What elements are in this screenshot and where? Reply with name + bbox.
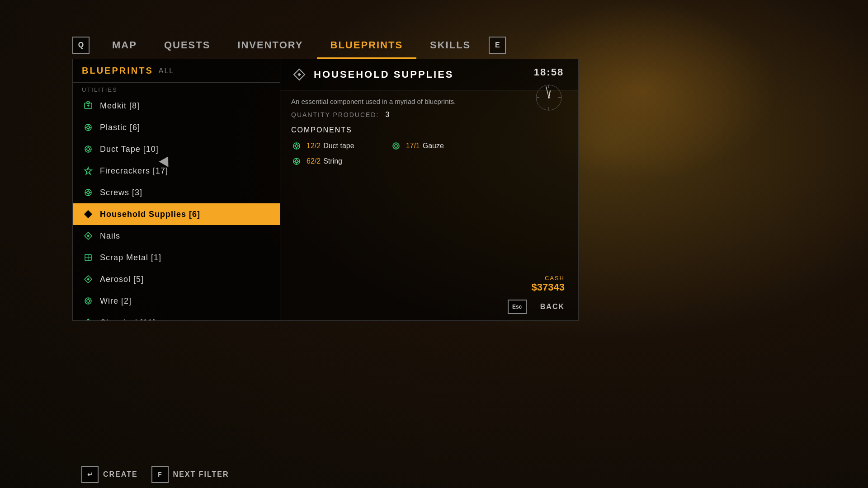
item-name: Duct Tape [10] [100, 145, 271, 154]
item-icon [82, 295, 94, 307]
blueprints-header: BLUEPRINTS ALL [73, 59, 280, 83]
back-button[interactable]: Esc BACK [508, 293, 565, 320]
component-row: 62/2String [291, 156, 354, 167]
nav-inventory[interactable]: INVENTORY [224, 32, 316, 59]
components-col-1: 12/2Duct tape [291, 141, 354, 171]
components-label: COMPONENTS [291, 126, 567, 134]
item-icon [82, 186, 94, 199]
detail-item-icon [291, 66, 307, 83]
list-item[interactable]: Plastic [6] [73, 117, 280, 138]
esc-key: Esc [508, 300, 527, 314]
component-icon [391, 141, 401, 151]
svg-point-18 [87, 191, 90, 194]
item-name: Wire [2] [100, 296, 271, 306]
list-item[interactable]: Chemical [11] [73, 312, 280, 320]
svg-point-54 [295, 145, 298, 147]
component-icon [291, 141, 302, 151]
left-panel: BLUEPRINTS ALL UTILITIES Medkit [ [72, 59, 280, 321]
item-name: Screws [3] [100, 188, 271, 197]
list-item[interactable]: Aerosol [5] [73, 268, 280, 290]
f-key: F [151, 466, 169, 483]
list-item[interactable]: Screws [3] [73, 182, 280, 203]
item-icon [82, 99, 94, 112]
svg-point-66 [395, 145, 397, 147]
item-name: Aerosol [5] [100, 275, 271, 284]
component-row: 12/2Duct tape [291, 141, 354, 151]
list-item[interactable]: Medkit [8] [73, 95, 280, 117]
svg-marker-16 [85, 167, 92, 174]
svg-point-11 [87, 148, 90, 150]
item-icon [82, 273, 94, 286]
cash-area: CASH $37343 [532, 275, 565, 293]
item-name: Scrap Metal [1] [100, 253, 271, 263]
svg-rect-1 [87, 102, 90, 103]
main-container: Q MAP QUESTS INVENTORY BLUEPRINTS SKILLS… [72, 32, 579, 348]
list-item[interactable]: Scrap Metal [1] [73, 247, 280, 268]
component-text: 62/2String [307, 157, 342, 165]
svg-line-51 [546, 87, 549, 98]
next-filter-button[interactable]: F NEXT FILTER [151, 466, 229, 483]
nav-blueprints[interactable]: BLUEPRINTS [317, 32, 417, 59]
svg-line-50 [549, 91, 550, 98]
component-text: 17/1Gauze [406, 142, 444, 150]
create-button[interactable]: ↵ CREATE [81, 466, 138, 483]
components-col-2: 17/1Gauze [391, 141, 444, 171]
item-name: Chemical [11] [100, 318, 271, 321]
item-icon [82, 251, 94, 264]
back-label: BACK [540, 303, 565, 311]
svg-point-27 [87, 300, 90, 302]
item-icon [82, 143, 94, 155]
item-icon [82, 230, 94, 242]
item-name: Household Supplies [6] [100, 210, 271, 219]
list-item-household-supplies[interactable]: Household Supplies [6] [73, 203, 280, 225]
q-key-button[interactable]: Q [72, 37, 90, 54]
enter-key: ↵ [81, 466, 99, 483]
clock-area: 18:58 [533, 66, 565, 115]
clock-time: 18:58 [533, 66, 565, 78]
blueprints-title: BLUEPRINTS [82, 66, 153, 76]
svg-point-52 [548, 97, 550, 99]
blueprints-filter: ALL [159, 67, 174, 75]
item-name: Plastic [6] [100, 123, 271, 132]
blueprints-list: Medkit [8] Plastic [6] [73, 95, 280, 320]
list-item[interactable]: Firecrackers [17] [73, 160, 280, 182]
e-key-button[interactable]: E [489, 37, 506, 54]
component-text: 12/2Duct tape [307, 142, 354, 150]
bottom-bar: ↵ CREATE F NEXT FILTER [72, 461, 868, 488]
components-section: COMPONENTS [280, 126, 578, 171]
svg-point-5 [87, 126, 90, 129]
create-label: CREATE [103, 470, 138, 479]
list-item[interactable]: Duct Tape [10] [73, 138, 280, 160]
nav-skills[interactable]: SKILLS [416, 32, 484, 59]
list-item[interactable]: Wire [2] [73, 290, 280, 312]
cash-label: CASH [532, 275, 565, 282]
nav-bar: Q MAP QUESTS INVENTORY BLUEPRINTS SKILLS… [72, 32, 579, 59]
svg-point-60 [295, 160, 298, 163]
nav-quests[interactable]: QUESTS [151, 32, 224, 59]
item-icon [82, 121, 94, 134]
item-icon [82, 164, 94, 177]
item-name: Medkit [8] [100, 101, 271, 111]
list-item-nails[interactable]: Nails [73, 225, 280, 247]
cash-value: $37343 [532, 282, 565, 293]
content-area: BLUEPRINTS ALL UTILITIES Medkit [ [72, 59, 579, 321]
right-panel: 18:58 [280, 59, 579, 321]
item-icon [82, 208, 94, 221]
category-label: UTILITIES [73, 83, 280, 95]
component-icon [291, 156, 302, 167]
components-grid: 12/2Duct tape [291, 141, 567, 171]
nav-map[interactable]: MAP [99, 32, 151, 59]
quantity-value: 3 [385, 111, 390, 118]
component-row: 17/1Gauze [391, 141, 444, 151]
item-name: Nails [100, 231, 271, 241]
filter-label: NEXT FILTER [173, 470, 229, 479]
item-icon [82, 316, 94, 320]
item-name: Firecrackers [17] [100, 166, 271, 176]
detail-title: HOUSEHOLD SUPPLIES [314, 69, 453, 80]
